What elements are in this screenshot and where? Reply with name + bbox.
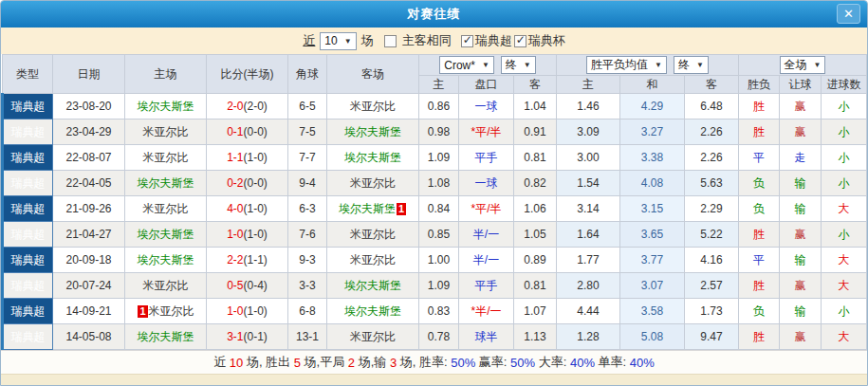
- crown-away-odds-cell: 0.81: [514, 273, 557, 299]
- corners-cell: 6-3: [288, 196, 327, 222]
- summary-segment: 2: [348, 356, 355, 370]
- odds-source-select[interactable]: Crow* ▼: [439, 56, 494, 74]
- col-avg-home: 主: [557, 76, 620, 94]
- team-name: 米亚尔比: [143, 125, 189, 138]
- avg-away-cell: 2.57: [685, 273, 739, 299]
- red-card-badge: 1: [138, 305, 147, 318]
- date-cell: 21-09-26: [53, 196, 125, 222]
- close-icon[interactable]: ✕: [837, 4, 860, 24]
- match-count-value: 10: [324, 34, 337, 47]
- goals-cell: 大: [822, 324, 867, 350]
- result-cell: 平: [739, 145, 780, 171]
- result-cell: 胜: [739, 94, 780, 119]
- handicap-cell: *平/半: [459, 119, 514, 145]
- match-row: 瑞典超 23-04-29 米亚尔比 0-1(0-0) 7-5 埃尔夫斯堡 0.9…: [3, 119, 867, 145]
- odds-time-select-1[interactable]: 终 ▼: [501, 56, 536, 74]
- goals-value: 小: [839, 151, 850, 164]
- odds-time-select-2[interactable]: 终 ▼: [674, 56, 709, 74]
- same-venue-checkbox[interactable]: [384, 35, 397, 47]
- goals-cell: 小: [822, 119, 867, 145]
- away-team-cell: 埃尔夫斯堡: [327, 145, 419, 171]
- home-team-cell: 米亚尔比: [125, 145, 207, 171]
- col-handicap: 盘口: [459, 76, 514, 94]
- matches-suffix-label: 场: [361, 32, 374, 49]
- recent-link[interactable]: 近: [303, 32, 315, 49]
- crown-home-odds-cell: 0.98: [419, 119, 459, 145]
- fulltime-score: 0-1: [227, 125, 243, 138]
- score-cell: 4-0(1-0): [207, 196, 288, 222]
- home-team-cell: 埃尔夫斯堡: [125, 171, 207, 196]
- fulltime-score: 1-0: [227, 228, 243, 241]
- home-team-cell: 埃尔夫斯堡: [125, 248, 207, 273]
- summary-segment: 场,输: [355, 354, 390, 371]
- avg-source-select[interactable]: 胜平负均值 ▼: [586, 56, 667, 74]
- away-team-cell: 埃尔夫斯堡: [327, 299, 419, 324]
- away-team-cell: 米亚尔比: [327, 222, 419, 248]
- result-value: 负: [753, 202, 765, 215]
- handicap-cell: 半/一: [459, 222, 514, 248]
- avg-home-cell: 3.00: [557, 145, 620, 171]
- crown-home-odds-cell: 0.85: [419, 222, 459, 248]
- handicap-value: 半/一: [473, 253, 499, 267]
- team-name: 埃尔夫斯堡: [339, 202, 396, 215]
- handicap-value: 平手: [475, 279, 498, 292]
- crown-home-odds-cell: 1.09: [419, 273, 459, 299]
- fulltime-score: 1-1: [227, 151, 243, 164]
- league-cell: 瑞典超: [3, 145, 53, 171]
- avg-source-value: 胜平负均值: [591, 57, 648, 73]
- team-name: 米亚尔比: [143, 202, 189, 215]
- home-team-cell: 1米亚尔比: [125, 299, 207, 324]
- col-crown-home: 主: [419, 76, 459, 94]
- halftime-score: (1-0): [244, 151, 268, 164]
- odds-time-value-1: 终: [506, 57, 517, 73]
- league-cup-checkbox[interactable]: [514, 35, 526, 47]
- match-row: 瑞典超 22-04-05 埃尔夫斯堡 0-2(0-0) 9-4 米亚尔比 1.0…: [3, 171, 867, 196]
- result-value: 胜: [753, 100, 765, 113]
- col-home: 主场: [125, 55, 207, 94]
- result-value: 负: [753, 176, 765, 190]
- goals-value: 大: [839, 253, 850, 267]
- summary-segment: 场, 胜出: [243, 354, 293, 371]
- fulltime-score: 2-0: [227, 100, 243, 113]
- league-cell: 瑞典超: [3, 196, 53, 222]
- handicap-result-cell: 赢: [780, 324, 822, 350]
- league-cell: 瑞典超: [3, 273, 53, 299]
- odds-group-header: Crow* ▼ 终 ▼: [419, 55, 557, 76]
- league-super-checkbox[interactable]: [461, 35, 473, 47]
- chevron-down-icon: ▼: [814, 61, 822, 69]
- result-value: 胜: [753, 279, 765, 292]
- league-cell: 瑞典超: [3, 119, 53, 145]
- summary-segment: 大率:: [535, 354, 570, 371]
- goals-value: 小: [839, 228, 850, 241]
- avg-group-header: 胜平负均值 ▼ 终 ▼: [557, 55, 739, 76]
- handicap-result-value: 输: [795, 202, 806, 215]
- avg-away-cell: 6.48: [685, 94, 739, 119]
- team-name: 米亚尔比: [350, 253, 396, 267]
- handicap-result-cell: 输: [780, 299, 822, 324]
- avg-draw-cell: 3.07: [620, 273, 685, 299]
- col-goals: 进球数: [822, 76, 867, 94]
- team-name: 埃尔夫斯堡: [138, 253, 194, 267]
- match-count-select[interactable]: 10 ▼: [320, 32, 356, 50]
- scope-select[interactable]: 全场 ▼: [780, 56, 826, 74]
- league-super-label: 瑞典超: [475, 32, 512, 49]
- avg-away-cell: 5.63: [685, 171, 739, 196]
- team-name: 米亚尔比: [350, 228, 396, 241]
- team-name: 埃尔夫斯堡: [344, 151, 401, 164]
- result-cell: 胜: [739, 324, 780, 350]
- match-row: 瑞典超 21-09-26 米亚尔比 4-0(1-0) 6-3 埃尔夫斯堡1 0.…: [3, 196, 867, 222]
- summary-segment: 近: [213, 354, 230, 371]
- match-row: 瑞典超 23-08-20 埃尔夫斯堡 2-0(2-0) 6-5 米亚尔比 0.8…: [3, 94, 867, 119]
- summary-segment: 3: [390, 356, 397, 370]
- odds-source-value: Crow*: [444, 59, 475, 72]
- handicap-result-cell: 赢: [780, 273, 822, 299]
- date-cell: 23-08-20: [53, 94, 125, 119]
- halftime-score: (0-0): [244, 176, 268, 190]
- match-row: 瑞典超 14-09-21 1米亚尔比 1-0(1-0) 6-8 埃尔夫斯堡 0.…: [3, 299, 867, 324]
- score-cell: 1-0(1-0): [207, 299, 288, 324]
- handicap-value: 半/一: [473, 228, 499, 241]
- handicap-result-cell: 输: [780, 171, 822, 196]
- goals-cell: 小: [822, 171, 867, 196]
- goals-value: 小: [839, 125, 850, 138]
- date-cell: 20-07-24: [53, 273, 125, 299]
